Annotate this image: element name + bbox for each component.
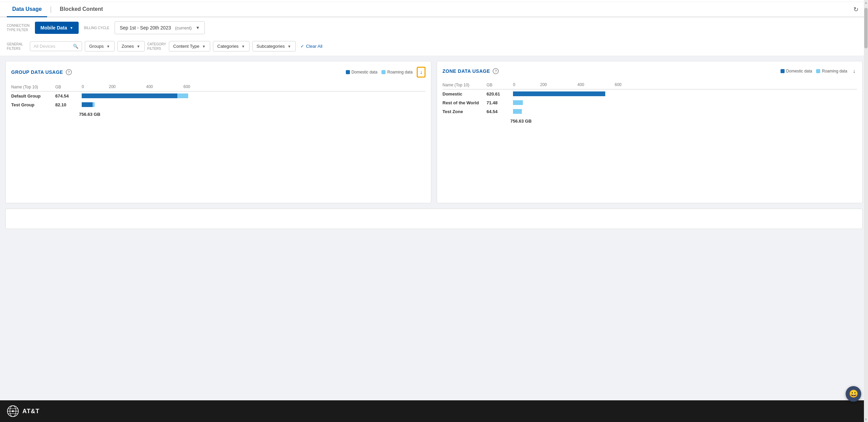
group-row-gb-1: 82.10 bbox=[55, 100, 79, 109]
group-row-name-0: Default Group bbox=[11, 91, 55, 101]
zone-chart-legend: Domestic data Roaming data ↓ bbox=[781, 67, 857, 76]
att-globe-icon bbox=[7, 405, 19, 417]
tab-divider: | bbox=[50, 5, 52, 13]
group-legend-roaming: Roaming data bbox=[381, 70, 413, 75]
zone-row-name-0: Domestic bbox=[442, 89, 487, 99]
clear-all-button[interactable]: ✓ Clear All bbox=[298, 42, 324, 50]
billing-cycle-chevron: ▼ bbox=[196, 25, 200, 30]
zone-help-icon[interactable]: ? bbox=[493, 68, 499, 74]
zone-row-gb-0: 620.61 bbox=[487, 89, 510, 99]
group-axis-400: 400 bbox=[146, 84, 173, 89]
group-axis-0: 0 bbox=[82, 84, 92, 89]
zone-row-name-2: Test Zone bbox=[442, 107, 487, 116]
group-axis-600: 600 bbox=[183, 84, 197, 89]
tab-data-usage[interactable]: Data Usage bbox=[7, 2, 47, 17]
general-filters-label: GENERAL FILTERS bbox=[7, 42, 27, 51]
group-row-name-1: Test Group bbox=[11, 100, 55, 109]
group-row-bar-1 bbox=[79, 100, 426, 109]
zone-roaming-dot bbox=[816, 69, 820, 73]
zone-legend-roaming: Roaming data bbox=[816, 69, 847, 73]
clear-all-label: Clear All bbox=[306, 44, 322, 49]
page-scrollbar: ▲ ▼ bbox=[864, 0, 868, 422]
zone-row-bar-2 bbox=[510, 107, 857, 116]
zone-domestic-dot bbox=[781, 69, 785, 73]
footer: AT&T bbox=[0, 400, 868, 422]
subcategories-label: Subcategories bbox=[257, 44, 285, 49]
refresh-button[interactable]: ↻ bbox=[851, 3, 861, 16]
att-brand-text: AT&T bbox=[22, 408, 40, 415]
group-chart-title: GROUP DATA USAGE bbox=[11, 69, 63, 75]
groups-dropdown[interactable]: Groups ▼ bbox=[85, 41, 115, 51]
charts-row: GROUP DATA USAGE ? Domestic data Roaming… bbox=[5, 61, 863, 203]
scrollbar-up[interactable]: ▲ bbox=[864, 0, 868, 5]
zones-chevron: ▼ bbox=[137, 44, 140, 48]
zone-chart-title: ZONE DATA USAGE bbox=[442, 68, 490, 74]
mobile-data-chevron: ▼ bbox=[70, 26, 73, 30]
zone-col-gb: GB bbox=[487, 81, 510, 89]
zone-data-table: Name (Top 10) GB 0 200 400 600 bbox=[442, 81, 857, 116]
filter-row-2: GENERAL FILTERS 🔍 Groups ▼ Zones ▼ CATEG… bbox=[0, 38, 868, 56]
chat-button[interactable]: 😀 bbox=[846, 386, 861, 402]
group-table-row: Test Group 82.10 bbox=[11, 100, 426, 109]
tab-bar: Data Usage | Blocked Content ↻ bbox=[0, 2, 868, 17]
categories-chevron: ▼ bbox=[241, 44, 245, 48]
all-devices-search-wrapper[interactable]: 🔍 bbox=[30, 41, 82, 51]
zone-data-usage-panel: ZONE DATA USAGE ? Domestic data Roaming … bbox=[437, 61, 863, 203]
categories-dropdown[interactable]: Categories ▼ bbox=[213, 41, 250, 51]
group-data-usage-panel: GROUP DATA USAGE ? Domestic data Roaming… bbox=[5, 61, 431, 203]
content-type-dropdown[interactable]: Content Type ▼ bbox=[169, 41, 210, 51]
zone-row-gb-1: 71.48 bbox=[487, 98, 510, 107]
subcategories-chevron: ▼ bbox=[288, 44, 291, 48]
zones-dropdown[interactable]: Zones ▼ bbox=[117, 41, 145, 51]
zone-row-bar-1 bbox=[510, 98, 857, 107]
zone-axis-200: 200 bbox=[540, 82, 567, 87]
group-col-name: Name (Top 10) bbox=[11, 83, 55, 91]
att-logo: AT&T bbox=[7, 405, 40, 417]
zone-table-row: Test Zone 64.54 bbox=[442, 107, 857, 116]
zone-chart-header: ZONE DATA USAGE ? Domestic data Roaming … bbox=[442, 67, 857, 76]
zone-chart-total: 756.63 GB bbox=[442, 116, 857, 124]
group-chart-header: GROUP DATA USAGE ? Domestic data Roaming… bbox=[11, 67, 426, 78]
search-icon: 🔍 bbox=[73, 44, 78, 49]
scrollbar-thumb[interactable] bbox=[864, 8, 868, 48]
group-download-button[interactable]: ↓ bbox=[417, 67, 426, 78]
group-row-bar-0 bbox=[79, 91, 426, 101]
group-chart-total: 756.63 GB bbox=[11, 109, 426, 117]
mobile-data-dropdown[interactable]: Mobile Data ▼ bbox=[35, 22, 78, 34]
clear-all-icon: ✓ bbox=[300, 44, 304, 49]
scrollbar-down[interactable]: ▼ bbox=[864, 417, 868, 422]
mobile-data-label: Mobile Data bbox=[40, 25, 67, 30]
group-col-gb: GB bbox=[55, 83, 79, 91]
zone-legend-domestic: Domestic data bbox=[781, 69, 812, 73]
tab-blocked-content[interactable]: Blocked Content bbox=[54, 2, 108, 17]
filter-row-1: CONNECTION TYPE FILTER Mobile Data ▼ BIL… bbox=[0, 17, 868, 38]
zone-row-name-1: Rest of the World bbox=[442, 98, 487, 107]
group-help-icon[interactable]: ? bbox=[66, 69, 72, 75]
group-legend-domestic: Domestic data bbox=[346, 70, 378, 75]
zone-table-row: Domestic 620.61 bbox=[442, 89, 857, 99]
subcategories-dropdown[interactable]: Subcategories ▼ bbox=[252, 41, 296, 51]
zone-row-gb-2: 64.54 bbox=[487, 107, 510, 116]
billing-cycle-current: (current) bbox=[175, 25, 192, 30]
groups-chevron: ▼ bbox=[106, 44, 110, 48]
zones-label: Zones bbox=[122, 44, 134, 49]
zone-download-button[interactable]: ↓ bbox=[851, 67, 857, 76]
zone-chart-title-row: ZONE DATA USAGE ? bbox=[442, 68, 499, 74]
zone-axis-0: 0 bbox=[513, 82, 523, 87]
zone-row-bar-0 bbox=[510, 89, 857, 99]
svg-point-5 bbox=[12, 410, 14, 412]
billing-cycle-dropdown[interactable]: Sep 1st - Sep 20th 2023 (current) ▼ bbox=[115, 21, 205, 34]
chat-icon: 😀 bbox=[849, 389, 858, 398]
category-filters-label: CATEGORY FILTERS bbox=[147, 42, 166, 51]
content-type-label: Content Type bbox=[173, 44, 199, 49]
group-chart-title-row: GROUP DATA USAGE ? bbox=[11, 69, 72, 75]
categories-label: Categories bbox=[217, 44, 239, 49]
connection-type-label: CONNECTION TYPE FILTER bbox=[7, 23, 29, 32]
group-axis-200: 200 bbox=[109, 84, 136, 89]
zone-col-name: Name (Top 10) bbox=[442, 81, 487, 89]
group-table-row: Default Group 674.54 bbox=[11, 91, 426, 101]
group-row-gb-0: 674.54 bbox=[55, 91, 79, 101]
billing-cycle-label: BILLING CYCLE bbox=[84, 26, 109, 30]
group-chart-legend: Domestic data Roaming data ↓ bbox=[346, 67, 426, 78]
all-devices-input[interactable] bbox=[34, 44, 71, 49]
